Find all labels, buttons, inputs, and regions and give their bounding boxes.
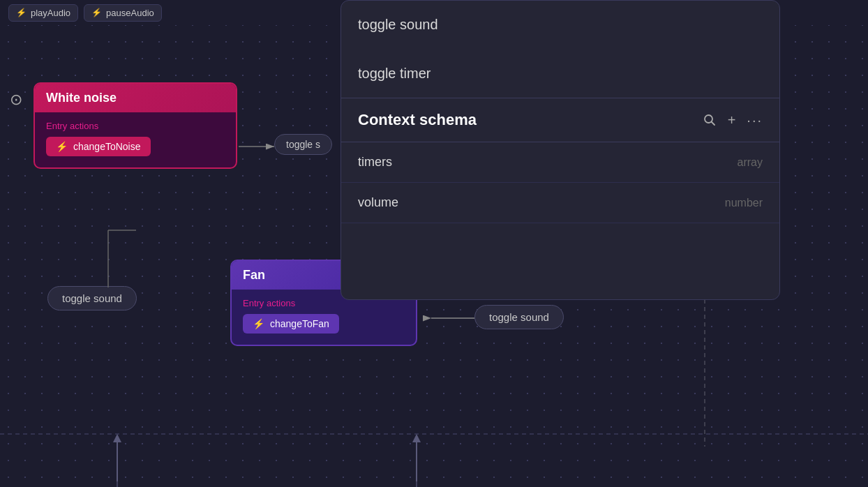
white-noise-title: White noise xyxy=(46,91,117,105)
svg-marker-13 xyxy=(113,434,121,442)
context-menu-toggle-timer[interactable]: toggle timer xyxy=(358,59,763,89)
context-header-icons: + ··· xyxy=(703,112,763,128)
change-to-fan-label: changeToFan xyxy=(270,318,329,329)
white-noise-section-label: Entry actions xyxy=(46,121,225,131)
change-to-noise-label: changeToNoise xyxy=(73,141,141,152)
search-button[interactable] xyxy=(703,113,717,127)
bolt-icon-play: ⚡ xyxy=(16,8,27,17)
white-noise-node: White noise Entry actions ⚡ changeToNois… xyxy=(33,82,237,169)
fan-title: Fan xyxy=(243,268,265,282)
toggle-s-partial: toggle s xyxy=(274,134,332,155)
bottom-arrows-svg xyxy=(0,433,868,487)
add-schema-button[interactable]: + xyxy=(728,112,736,128)
schema-row-volume-name: volume xyxy=(358,195,398,210)
toggle-s-partial-text: toggle s xyxy=(286,139,320,150)
schema-row-volume-type: number xyxy=(725,197,763,209)
svg-marker-15 xyxy=(412,434,421,442)
toggle-sound-right-text: toggle sound xyxy=(489,311,549,323)
schema-row-timers[interactable]: timers array xyxy=(341,142,779,183)
schema-row-volume[interactable]: volume number xyxy=(341,183,779,223)
schema-row-timers-type: array xyxy=(738,156,763,169)
white-noise-header: White noise xyxy=(35,84,236,112)
toggle-sound-left-text: toggle sound xyxy=(62,292,122,304)
plus-icon: + xyxy=(728,112,736,128)
pause-audio-button[interactable]: ⚡ pauseAudio xyxy=(84,4,162,22)
play-audio-label: playAudio xyxy=(31,8,70,18)
context-menu-toggle-sound[interactable]: toggle sound xyxy=(358,10,763,40)
change-to-noise-bolt: ⚡ xyxy=(56,141,68,152)
white-noise-body: Entry actions ⚡ changeToNoise xyxy=(35,112,236,167)
change-to-fan-bolt: ⚡ xyxy=(253,318,264,329)
bolt-icon-pause: ⚡ xyxy=(91,8,102,17)
ellipsis-icon: ··· xyxy=(747,112,763,128)
context-panel: toggle sound toggle timer Context schema… xyxy=(341,0,780,300)
context-schema-title: Context schema xyxy=(358,111,691,129)
schema-row-timers-name: timers xyxy=(358,155,392,170)
context-schema-header: Context schema + ··· xyxy=(341,98,779,142)
connection-icon: ⊙ xyxy=(10,91,22,109)
canvas: ⚡ playAudio ⚡ pauseAudio ⊙ White noise E… xyxy=(0,0,868,487)
more-options-button[interactable]: ··· xyxy=(747,112,763,128)
change-to-fan-button[interactable]: ⚡ changeToFan xyxy=(243,314,339,334)
play-audio-button[interactable]: ⚡ playAudio xyxy=(8,4,78,22)
svg-line-11 xyxy=(711,122,714,126)
change-to-noise-button[interactable]: ⚡ changeToNoise xyxy=(46,137,151,156)
toggle-sound-right[interactable]: toggle sound xyxy=(474,305,564,329)
pause-audio-label: pauseAudio xyxy=(106,8,154,18)
context-menu-items: toggle sound toggle timer xyxy=(341,1,779,98)
toggle-sound-left[interactable]: toggle sound xyxy=(47,286,137,310)
